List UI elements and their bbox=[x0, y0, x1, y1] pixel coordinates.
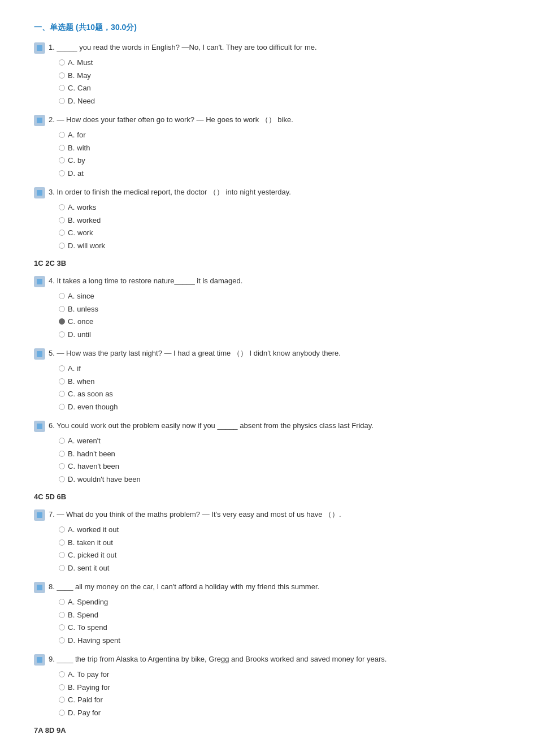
option-7d[interactable]: D. sent it out bbox=[59, 563, 500, 574]
radio-4d[interactable] bbox=[59, 331, 65, 338]
question-5: 5. — How was the party last night? — I h… bbox=[34, 348, 500, 412]
question-4-options: A. since B. unless C. once D. until bbox=[59, 291, 500, 340]
radio-2c[interactable] bbox=[59, 157, 65, 163]
radio-2b[interactable] bbox=[59, 145, 65, 151]
radio-9b[interactable] bbox=[59, 684, 65, 690]
radio-6b[interactable] bbox=[59, 451, 65, 457]
radio-7a[interactable] bbox=[59, 526, 65, 533]
option-3c[interactable]: C. work bbox=[59, 227, 500, 239]
option-2b[interactable]: B. with bbox=[59, 142, 500, 154]
option-9c[interactable]: C. Paid for bbox=[59, 694, 500, 706]
radio-7b[interactable] bbox=[59, 539, 65, 546]
label-6b: B. bbox=[68, 448, 75, 460]
question-6-options: A. weren't B. hadn't been C. haven't bee… bbox=[59, 435, 500, 485]
text-1d: Need bbox=[77, 96, 95, 107]
radio-3b[interactable] bbox=[59, 217, 65, 223]
radio-8c[interactable] bbox=[59, 624, 65, 630]
option-5d[interactable]: D. even though bbox=[59, 401, 500, 413]
radio-2a[interactable] bbox=[59, 132, 65, 138]
option-4d[interactable]: D. until bbox=[59, 329, 500, 340]
radio-7d[interactable] bbox=[59, 565, 65, 571]
radio-1c[interactable] bbox=[59, 85, 65, 91]
question-8-options: A. Spending B. Spend C. To spend D. Havi… bbox=[59, 597, 500, 646]
radio-5b[interactable] bbox=[59, 378, 65, 385]
radio-8d[interactable] bbox=[59, 637, 65, 643]
option-7a[interactable]: A. worked it out bbox=[59, 524, 500, 535]
question-6-text: 6. You could work out the problem easily… bbox=[49, 420, 500, 431]
question-5-options: A. if B. when C. as soon as D. even thou… bbox=[59, 363, 500, 412]
label-8c: C. bbox=[68, 622, 75, 633]
option-9b[interactable]: B. Paying for bbox=[59, 682, 500, 693]
question-9: 9. ____ the trip from Alaska to Argentin… bbox=[34, 654, 500, 718]
question-2-icon bbox=[34, 115, 45, 126]
option-6b[interactable]: B. hadn't been bbox=[59, 448, 500, 460]
text-4b: unless bbox=[77, 304, 98, 315]
option-8d[interactable]: D. Having spent bbox=[59, 635, 500, 646]
radio-9d[interactable] bbox=[59, 710, 65, 716]
label-8d: D. bbox=[68, 635, 75, 646]
label-3a: A. bbox=[68, 202, 75, 213]
radio-4b[interactable] bbox=[59, 306, 65, 312]
option-3d[interactable]: D. will work bbox=[59, 240, 500, 252]
option-1d[interactable]: D. Need bbox=[59, 96, 500, 107]
question-1-options: A. Must B. May C. Can D. Need bbox=[59, 57, 500, 106]
option-8c[interactable]: C. To spend bbox=[59, 622, 500, 633]
option-1c[interactable]: C. Can bbox=[59, 83, 500, 94]
option-1b[interactable]: B. May bbox=[59, 70, 500, 81]
radio-1a[interactable] bbox=[59, 59, 65, 66]
label-9b: B. bbox=[68, 682, 75, 693]
radio-3d[interactable] bbox=[59, 243, 65, 249]
radio-3a[interactable] bbox=[59, 204, 65, 210]
text-9b: Paying for bbox=[77, 682, 110, 693]
option-6a[interactable]: A. weren't bbox=[59, 435, 500, 447]
label-3c: C. bbox=[68, 227, 75, 239]
option-5a[interactable]: A. if bbox=[59, 363, 500, 374]
option-8b[interactable]: B. Spend bbox=[59, 610, 500, 621]
option-7b[interactable]: B. taken it out bbox=[59, 537, 500, 548]
label-7a: A. bbox=[68, 524, 75, 535]
radio-3c[interactable] bbox=[59, 230, 65, 236]
radio-2d[interactable] bbox=[59, 170, 65, 176]
radio-4a[interactable] bbox=[59, 293, 65, 299]
text-3d: will work bbox=[77, 240, 105, 252]
radio-4c[interactable] bbox=[59, 318, 65, 325]
option-1a[interactable]: A. Must bbox=[59, 57, 500, 68]
radio-1b[interactable] bbox=[59, 72, 65, 79]
option-6c[interactable]: C. haven't been bbox=[59, 461, 500, 472]
radio-9c[interactable] bbox=[59, 697, 65, 703]
option-8a[interactable]: A. Spending bbox=[59, 597, 500, 608]
radio-8b[interactable] bbox=[59, 612, 65, 618]
radio-8a[interactable] bbox=[59, 599, 65, 605]
option-4c[interactable]: C. once bbox=[59, 316, 500, 327]
text-8c: To spend bbox=[77, 622, 107, 633]
option-3b[interactable]: B. worked bbox=[59, 215, 500, 226]
option-2a[interactable]: A. for bbox=[59, 129, 500, 141]
text-6c: haven't been bbox=[77, 461, 119, 472]
svg-rect-2 bbox=[37, 190, 42, 196]
option-3a[interactable]: A. works bbox=[59, 202, 500, 213]
question-6: 6. You could work out the problem easily… bbox=[34, 420, 500, 485]
option-6d[interactable]: D. wouldn't have been bbox=[59, 474, 500, 485]
radio-6a[interactable] bbox=[59, 438, 65, 444]
radio-9a[interactable] bbox=[59, 671, 65, 677]
label-2b: B. bbox=[68, 142, 75, 154]
radio-6c[interactable] bbox=[59, 463, 65, 469]
question-1-icon bbox=[34, 42, 45, 54]
option-2c[interactable]: C. by bbox=[59, 155, 500, 166]
radio-5a[interactable] bbox=[59, 365, 65, 371]
option-5b[interactable]: B. when bbox=[59, 376, 500, 387]
question-4: 4. It takes a long time to restore natur… bbox=[34, 275, 500, 340]
option-2d[interactable]: D. at bbox=[59, 168, 500, 179]
option-5c[interactable]: C. as soon as bbox=[59, 388, 500, 400]
option-4b[interactable]: B. unless bbox=[59, 304, 500, 315]
option-7c[interactable]: C. picked it out bbox=[59, 550, 500, 561]
option-9a[interactable]: A. To pay for bbox=[59, 669, 500, 680]
radio-6d[interactable] bbox=[59, 476, 65, 482]
label-5d: D. bbox=[68, 401, 75, 413]
radio-5d[interactable] bbox=[59, 404, 65, 410]
radio-5c[interactable] bbox=[59, 391, 65, 397]
radio-1d[interactable] bbox=[59, 98, 65, 104]
radio-7c[interactable] bbox=[59, 552, 65, 558]
option-9d[interactable]: D. Pay for bbox=[59, 707, 500, 719]
option-4a[interactable]: A. since bbox=[59, 291, 500, 302]
